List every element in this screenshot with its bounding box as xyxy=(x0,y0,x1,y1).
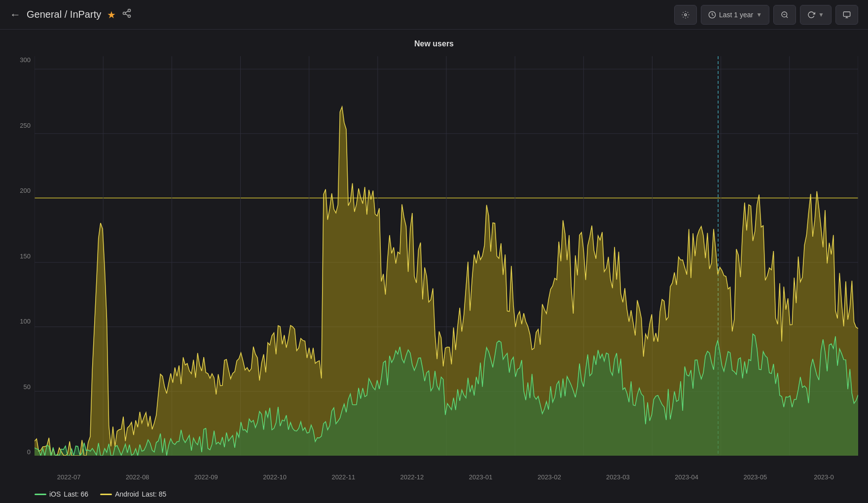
ios-label: iOS xyxy=(49,490,61,498)
y-label-200: 200 xyxy=(10,187,35,194)
zoom-out-button[interactable] xyxy=(773,5,796,25)
time-range-button[interactable]: Last 1 year ▼ xyxy=(701,5,769,25)
legend-android: Android Last: 85 xyxy=(100,490,166,498)
android-label: Android xyxy=(115,490,139,498)
breadcrumb: General / InParty xyxy=(27,9,101,20)
x-label: 2023-03 xyxy=(583,473,652,481)
x-label: 2022-09 xyxy=(172,473,240,481)
svg-line-8 xyxy=(786,16,788,18)
ios-last-value: Last: 66 xyxy=(64,490,88,498)
y-label-250: 250 xyxy=(10,122,35,129)
svg-point-1 xyxy=(123,12,126,15)
x-label: 2023-01 xyxy=(446,473,515,481)
x-label: 2022-11 xyxy=(309,473,378,481)
header-right: Last 1 year ▼ ▼ xyxy=(674,5,858,25)
x-label: 2023-05 xyxy=(721,473,790,481)
time-label: Last 1 year xyxy=(719,11,753,19)
settings-button[interactable] xyxy=(674,5,697,25)
chart-area: New users 300 250 200 150 100 50 0 xyxy=(0,30,868,503)
x-label: 2023-04 xyxy=(652,473,721,481)
x-axis: 2022-072022-082022-092022-102022-112022-… xyxy=(35,470,858,485)
chevron-down-icon: ▼ xyxy=(756,11,762,18)
refresh-button[interactable]: ▼ xyxy=(800,5,832,25)
line-chart xyxy=(35,56,858,456)
svg-line-3 xyxy=(125,14,128,15)
display-button[interactable] xyxy=(835,5,858,25)
x-label: 2022-07 xyxy=(35,473,103,481)
chart-wrapper: 300 250 200 150 100 50 0 xyxy=(10,56,858,470)
chart-inner xyxy=(35,56,858,470)
star-icon[interactable]: ★ xyxy=(107,9,116,21)
refresh-chevron-icon: ▼ xyxy=(818,11,824,18)
svg-point-2 xyxy=(128,15,131,17)
x-label: 2023-0 xyxy=(790,473,858,481)
back-button[interactable]: ← xyxy=(10,8,21,21)
y-label-300: 300 xyxy=(10,56,35,64)
android-last-value: Last: 85 xyxy=(142,490,166,498)
svg-point-0 xyxy=(128,9,131,12)
x-label: 2022-08 xyxy=(103,473,172,481)
svg-line-4 xyxy=(125,11,128,12)
chart-title: New users xyxy=(10,39,858,48)
y-label-0: 0 xyxy=(10,448,35,456)
share-icon[interactable] xyxy=(122,8,132,21)
x-label: 2022-12 xyxy=(378,473,446,481)
android-line-indicator xyxy=(100,494,112,495)
svg-point-5 xyxy=(685,14,687,16)
svg-marker-35 xyxy=(715,456,722,463)
legend: iOS Last: 66 Android Last: 85 xyxy=(10,485,858,498)
ios-line-indicator xyxy=(35,494,46,495)
x-label: 2023-02 xyxy=(515,473,583,481)
y-label-50: 50 xyxy=(10,383,35,391)
svg-rect-10 xyxy=(843,12,850,16)
header: ← General / InParty ★ Last 1 year ▼ xyxy=(0,0,868,30)
y-label-150: 150 xyxy=(10,252,35,260)
x-label: 2022-10 xyxy=(241,473,309,481)
header-left: ← General / InParty ★ xyxy=(10,8,132,21)
y-axis: 300 250 200 150 100 50 0 xyxy=(10,56,35,470)
legend-ios: iOS Last: 66 xyxy=(35,490,88,498)
y-label-100: 100 xyxy=(10,318,35,325)
